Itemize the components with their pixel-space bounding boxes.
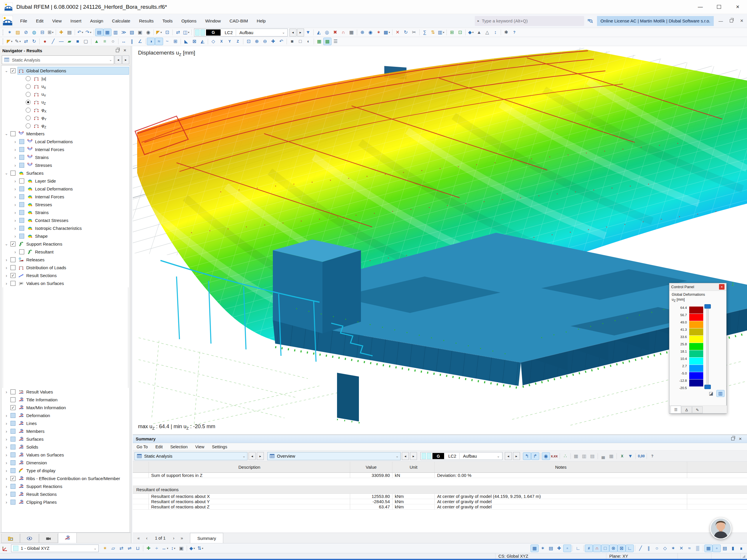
tab-filter[interactable]: ✎ [692,406,703,413]
view[interactable]: View [48,16,66,26]
checkbox[interactable] [10,452,16,457]
surface-icon[interactable]: ▰ [66,37,74,45]
scale-slider-handle-top[interactable] [704,304,711,309]
previous-view-icon[interactable]: ↶ [277,37,285,45]
model-viewport[interactable]: Displacements uZ [mm] [133,46,747,434]
design-steel-icon[interactable]: ▲ [475,29,483,36]
zoom-window2-icon[interactable]: ⊡ [244,37,253,45]
tree-distribution-of-loads[interactable]: Distribution of Loads [1,264,130,271]
checkbox[interactable] [19,210,24,215]
checkbox[interactable] [19,218,24,223]
user-avatar[interactable] [710,518,731,539]
table-row[interactable]: Resultant of reactions about X 12553.80 … [133,494,747,499]
checkbox[interactable] [10,281,16,286]
new-model-icon[interactable]: ✶ [5,29,14,36]
tree-global-deformations[interactable]: Global Deformations [1,67,130,75]
checkbox[interactable] [10,170,16,176]
hinge-icon[interactable]: ○ [109,37,117,45]
insert[interactable]: Insert [66,16,86,26]
expander-icon[interactable] [3,132,10,136]
checkbox[interactable] [10,429,16,434]
pan-icon[interactable]: ✚ [269,37,277,45]
mesh-refine-icon[interactable]: ⊡ [456,29,464,36]
increment-icon[interactable]: ⇅▾ [197,544,205,552]
scale-slider-track[interactable] [706,307,709,386]
load-cases-icon[interactable]: ▥▾ [437,29,445,36]
support-node-icon[interactable]: ▲ [93,37,101,45]
checkbox[interactable] [19,186,24,191]
summary-analysis-next[interactable]: ▸ [257,452,264,460]
checkbox[interactable] [10,265,16,270]
summary-view-prev[interactable]: ◂ [402,452,409,460]
clipping-box-icon[interactable]: ⊠ [190,37,199,45]
checkbox[interactable] [26,123,31,128]
checkbox[interactable] [19,155,24,160]
tab-views-navigator[interactable] [39,534,58,543]
decimal-places-icon[interactable]: 0,00 [637,452,645,460]
expander-icon[interactable] [12,155,18,160]
checkbox[interactable] [10,500,16,505]
expander-icon[interactable] [3,484,10,489]
tree-releases[interactable]: Releases [1,256,130,264]
checkbox[interactable] [26,108,31,113]
expander-icon[interactable] [3,452,10,457]
tree-phiz[interactable]: φZ [1,122,130,130]
navigator-toggle-icon[interactable]: ▤ [95,29,103,36]
view-type-icon[interactable]: ◫▾ [182,29,190,36]
isometric-view-icon[interactable]: ◇ [209,37,217,45]
tree-ux[interactable]: uX [1,83,130,90]
table-row[interactable]: Resultant of reactions about Y -2840.54 … [133,499,747,504]
notes-icon[interactable]: ▣ [136,29,144,36]
search-icon[interactable] [584,16,596,26]
expander-icon[interactable] [3,257,10,262]
move-object-icon[interactable]: ⇄ [117,544,126,552]
render-transparent-icon[interactable]: □ [296,37,304,45]
stability-icon[interactable]: ↕ [491,29,499,36]
solid-mode-icon[interactable]: ▮ [729,544,737,552]
opening-icon[interactable]: ▢ [82,37,90,45]
load-case-combo[interactable]: G LC2 Aufbau ⌄ [194,29,288,36]
table-row[interactable]: Resultant of reactions about Z 63.47 kNm… [133,504,747,510]
tree-maxmin-information[interactable]: Max/Min Information [1,404,130,411]
tree-layer-side[interactable]: Layer Side [1,177,130,185]
tree-clipping-planes[interactable]: Clipping Planes [1,498,130,506]
new-from-template-icon[interactable]: ✚ [57,29,66,36]
control-panel-header[interactable]: Control Panel × [669,283,726,291]
expander-icon[interactable] [3,171,10,175]
table-row[interactable]: Sum of support forces in Z 33059.80 kN D… [133,473,747,478]
filter-results-icon[interactable]: ▼ [304,29,312,36]
go-to-table-icon[interactable]: ⇄ [174,29,182,36]
line-snap-icon[interactable]: ╱ [637,544,645,552]
checkbox[interactable] [10,257,16,262]
maximize-button[interactable] [710,0,728,14]
tree-result-sections-display[interactable]: Result Sections [1,490,130,498]
expander-icon[interactable] [3,476,10,481]
help[interactable]: Help [252,16,270,26]
zoom-in-icon[interactable]: ⊕ [253,37,261,45]
coordinate-system-dropdown[interactable]: 1 - Global XYZ ⌄ [11,544,99,552]
summary-analysis-dropdown[interactable]: Static Analysis ⌄ [134,452,248,460]
open-model-icon[interactable]: ▨ [14,29,22,36]
tree-members-display[interactable]: Members [1,427,130,435]
toolbar-drag-handle-2[interactable] [3,38,4,44]
regenerate-icon[interactable]: ↻ [402,29,410,36]
tree-surfaces[interactable]: Surfaces [1,169,130,177]
file[interactable]: File [16,16,31,26]
result-diagrams-icon[interactable]: ≈ [155,37,163,45]
checkbox[interactable] [19,147,24,152]
tab-color-scale[interactable]: ☰ [671,406,681,413]
close-model-icon[interactable]: ⊘ [22,29,30,36]
checkbox[interactable] [26,92,31,97]
zoom-out-icon[interactable]: ⊖ [261,37,269,45]
move-copy-icon[interactable]: ⇄ [22,37,30,45]
filter-table-icon[interactable]: ▼ [626,452,634,460]
tree-members-strains[interactable]: Strains [1,153,130,161]
checkbox[interactable] [10,241,16,246]
checkbox[interactable] [10,484,16,489]
checkbox[interactable] [19,226,24,231]
results-table-icon[interactable]: ▦ [347,29,356,36]
view-z-icon[interactable]: Z [234,37,242,45]
search-values-icon[interactable]: ◉ [366,29,375,36]
snap-points-icon[interactable]: ✶ [539,544,547,552]
end-mode-icon[interactable]: ∎ [737,544,745,552]
